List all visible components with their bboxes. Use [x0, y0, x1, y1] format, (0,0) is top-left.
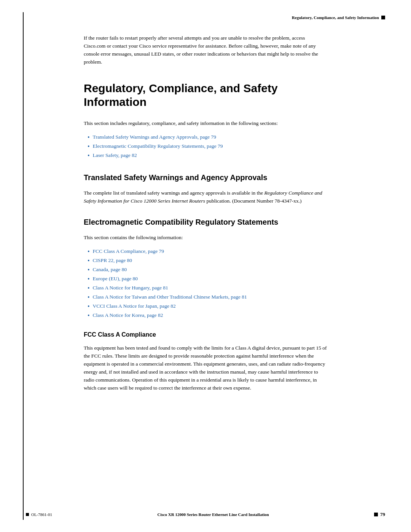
- top-header: Regulatory, Compliance, and Safety Infor…: [292, 15, 385, 20]
- chapter-title: Regulatory, Compliance, and Safety Infor…: [84, 81, 327, 109]
- list-item: • VCCI Class A Notice for Japan, page 82: [88, 302, 327, 311]
- list-item: • Laser Safety, page 82: [88, 151, 327, 160]
- main-content: If the router fails to restart properly …: [0, 0, 411, 428]
- footer-center-label: Cisco XR 12000 Series Router Ethernet Li…: [157, 512, 269, 517]
- page: Regulatory, Compliance, and Safety Infor…: [0, 0, 411, 532]
- emc-link-2[interactable]: CISPR 22, page 80: [93, 256, 132, 265]
- bullet-icon: •: [88, 247, 90, 256]
- chapter-link-2[interactable]: Electromagnetic Compatibility Regulatory…: [93, 142, 223, 151]
- list-item: • Canada, page 80: [88, 265, 327, 275]
- intro-paragraph: If the router fails to restart properly …: [84, 34, 327, 66]
- bullet-icon: •: [88, 311, 90, 320]
- footer: OL-7861-01 Cisco XR 12000 Series Router …: [26, 511, 385, 518]
- footer-left: OL-7861-01: [26, 512, 52, 517]
- top-header-square: [381, 16, 385, 19]
- bullet-icon: •: [88, 142, 90, 151]
- emc-link-1[interactable]: FCC Class A Compliance, page 79: [93, 247, 164, 256]
- chapter-link-3[interactable]: Laser Safety, page 82: [93, 151, 137, 160]
- list-item: • Class A Notice for Korea, page 82: [88, 311, 327, 320]
- list-item: • Class A Notice for Hungary, page 81: [88, 284, 327, 293]
- footer-left-label: OL-7861-01: [31, 512, 52, 517]
- emc-link-5[interactable]: Class A Notice for Hungary, page 81: [93, 284, 168, 292]
- chapter-link-1[interactable]: Translated Safety Warnings and Agency Ap…: [93, 133, 216, 142]
- bullet-icon: •: [88, 151, 90, 160]
- translated-body: The complete list of translated safety w…: [84, 189, 327, 205]
- footer-right: 79: [374, 511, 385, 518]
- translated-body-end: publication. (Document Number 78-4347-xx…: [205, 198, 301, 204]
- footer-right-square: [374, 513, 378, 516]
- emc-links-list: • FCC Class A Compliance, page 79 • CISP…: [88, 247, 327, 320]
- subsection-heading-fcc: FCC Class A Compliance: [84, 331, 327, 339]
- emc-link-6[interactable]: Class A Notice for Taiwan and Other Trad…: [93, 293, 247, 302]
- list-item: • Class A Notice for Taiwan and Other Tr…: [88, 293, 327, 302]
- chapter-intro-text: This section includes regulatory, compli…: [84, 120, 327, 128]
- chapter-links-list: • Translated Safety Warnings and Agency …: [88, 133, 327, 160]
- footer-left-square: [26, 513, 29, 516]
- footer-page-number: 79: [380, 511, 385, 518]
- fcc-body-text: This equipment has been tested and found…: [84, 344, 327, 392]
- emc-link-8[interactable]: Class A Notice for Korea, page 82: [93, 311, 163, 320]
- emc-link-7[interactable]: VCCI Class A Notice for Japan, page 82: [93, 302, 176, 311]
- list-item: • FCC Class A Compliance, page 79: [88, 247, 327, 256]
- bullet-icon: •: [88, 256, 90, 265]
- list-item: • Electromagnetic Compatibility Regulato…: [88, 142, 327, 151]
- bullet-icon: •: [88, 302, 90, 311]
- emc-link-4[interactable]: Europe (EU), page 80: [93, 275, 138, 283]
- left-margin-line: [23, 12, 24, 520]
- bullet-icon: •: [88, 133, 90, 142]
- translated-body-text1: The complete list of translated safety w…: [84, 190, 264, 196]
- bullet-icon: •: [88, 284, 90, 293]
- top-header-text: Regulatory, Compliance, and Safety Infor…: [292, 15, 379, 20]
- emc-intro-text: This section contains the following info…: [84, 234, 327, 242]
- bullet-icon: •: [88, 265, 90, 275]
- bullet-icon: •: [88, 293, 90, 302]
- emc-link-3[interactable]: Canada, page 80: [93, 265, 127, 274]
- list-item: • Europe (EU), page 80: [88, 275, 327, 284]
- section-heading-translated: Translated Safety Warnings and Agency Ap…: [84, 173, 327, 182]
- list-item: • CISPR 22, page 80: [88, 256, 327, 265]
- list-item: • Translated Safety Warnings and Agency …: [88, 133, 327, 142]
- section-heading-emc: Electromagnetic Compatibility Regulatory…: [84, 217, 327, 227]
- bullet-icon: •: [88, 275, 90, 284]
